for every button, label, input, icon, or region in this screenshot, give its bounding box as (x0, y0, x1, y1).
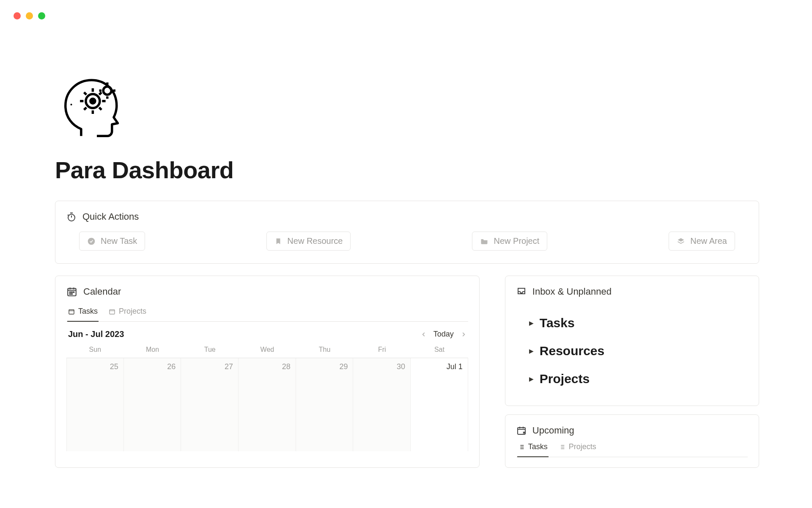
calendar-cell[interactable]: 25 (66, 358, 124, 451)
inbox-card: Inbox & Unplanned ▶ Tasks ▶ Resources ▶ … (505, 276, 759, 406)
inbox-toggle-tasks[interactable]: ▶ Tasks (529, 309, 748, 337)
svg-point-17 (88, 237, 95, 245)
svg-line-7 (99, 92, 102, 95)
inbox-icon (516, 287, 527, 297)
folder-icon (480, 237, 488, 246)
bookmark-icon (274, 237, 282, 246)
svg-line-9 (99, 108, 102, 110)
next-week-button[interactable] (461, 331, 466, 337)
upcoming-tabs: Tasks Projects (516, 442, 748, 457)
grid-icon (109, 308, 115, 315)
new-area-button[interactable]: New Area (669, 232, 735, 251)
svg-line-6 (84, 92, 87, 95)
calendar-icon (66, 286, 77, 297)
svg-rect-24 (69, 309, 74, 314)
calendar-tabs: Tasks Projects (66, 306, 468, 322)
tab-calendar-projects[interactable]: Projects (108, 307, 147, 322)
stopwatch-icon (66, 212, 77, 222)
calendar-check-icon (516, 425, 527, 436)
calendar-cell[interactable]: 28 (239, 358, 296, 451)
calendar-heading: Calendar (83, 286, 121, 297)
calendar-card: Calendar Tasks Projects Jun - Jul 2023 T… (55, 276, 480, 468)
tab-upcoming-tasks[interactable]: Tasks (517, 442, 549, 457)
svg-point-15 (70, 104, 72, 105)
inbox-toggle-projects[interactable]: ▶ Projects (529, 365, 748, 393)
new-task-button[interactable]: New Task (79, 232, 145, 251)
dashboard-logo (55, 72, 759, 144)
new-project-button[interactable]: New Project (472, 232, 547, 251)
today-button[interactable]: Today (433, 330, 454, 339)
page-title: Para Dashboard (55, 156, 759, 184)
prev-week-button[interactable] (421, 331, 427, 337)
close-window-icon[interactable] (14, 12, 21, 19)
calendar-range: Jun - Jul 2023 (68, 329, 124, 339)
svg-point-23 (71, 293, 72, 294)
svg-point-1 (91, 99, 95, 103)
tab-calendar-tasks[interactable]: Tasks (67, 307, 99, 322)
minimize-window-icon[interactable] (26, 12, 33, 19)
calendar-cell[interactable]: 29 (296, 358, 354, 451)
svg-point-22 (70, 293, 71, 294)
upcoming-card: Upcoming Tasks Projects (505, 414, 759, 468)
list-icon (518, 444, 525, 450)
svg-point-21 (73, 292, 74, 293)
inbox-toggle-resources[interactable]: ▶ Resources (529, 337, 748, 365)
calendar-day-names: Sun Mon Tue Wed Thu Fri Sat (66, 346, 468, 358)
layers-icon (677, 237, 685, 246)
calendar-cell[interactable]: Jul 1 (411, 358, 468, 451)
caret-right-icon: ▶ (529, 320, 534, 326)
grid-icon (68, 308, 75, 315)
tab-upcoming-projects[interactable]: Projects (558, 442, 597, 457)
quick-actions-card: Quick Actions New Task New Resource New … (55, 201, 759, 264)
inbox-heading: Inbox & Unplanned (532, 286, 612, 297)
quick-actions-heading: Quick Actions (82, 211, 139, 222)
svg-rect-25 (110, 309, 115, 314)
calendar-cell[interactable]: 26 (124, 358, 181, 451)
caret-right-icon: ▶ (529, 375, 534, 382)
list-icon (559, 444, 565, 450)
upcoming-heading: Upcoming (532, 425, 574, 436)
calendar-cell[interactable]: 30 (353, 358, 411, 451)
svg-point-10 (103, 86, 111, 94)
new-resource-button[interactable]: New Resource (266, 232, 351, 251)
window-controls (14, 12, 45, 19)
head-gears-icon (55, 72, 125, 142)
svg-point-19 (70, 292, 71, 293)
calendar-cell[interactable]: 27 (181, 358, 239, 451)
svg-line-8 (84, 108, 87, 110)
check-circle-icon (87, 237, 96, 246)
svg-point-20 (71, 292, 72, 293)
caret-right-icon: ▶ (529, 348, 534, 354)
maximize-window-icon[interactable] (38, 12, 45, 19)
